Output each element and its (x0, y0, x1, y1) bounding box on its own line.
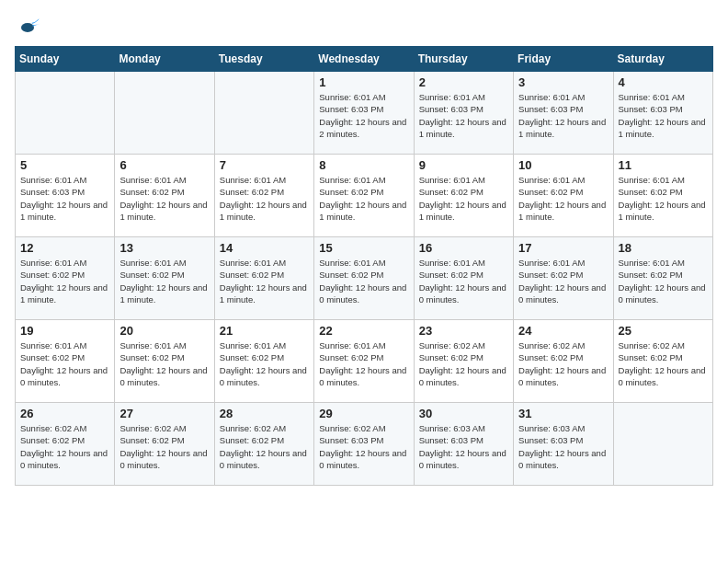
calendar-cell: 26Sunrise: 6:02 AMSunset: 6:02 PMDayligh… (16, 403, 115, 486)
calendar-cell (16, 72, 115, 155)
weekday-header-saturday: Saturday (613, 47, 712, 72)
cell-info: Sunrise: 6:01 AMSunset: 6:02 PMDaylight:… (619, 174, 708, 223)
calendar-cell: 17Sunrise: 6:01 AMSunset: 6:02 PMDayligh… (514, 237, 613, 320)
cell-info: Sunrise: 6:01 AMSunset: 6:02 PMDaylight:… (20, 339, 109, 388)
weekday-header-thursday: Thursday (414, 47, 513, 72)
cell-info: Sunrise: 6:01 AMSunset: 6:02 PMDaylight:… (119, 339, 209, 388)
day-number: 25 (619, 324, 708, 338)
day-number: 5 (20, 158, 109, 172)
cell-info: Sunrise: 6:01 AMSunset: 6:02 PMDaylight:… (319, 174, 408, 223)
day-number: 19 (20, 324, 109, 338)
day-number: 14 (220, 241, 309, 255)
cell-info: Sunrise: 6:02 AMSunset: 6:02 PMDaylight:… (419, 339, 508, 388)
calendar-cell: 9Sunrise: 6:01 AMSunset: 6:02 PMDaylight… (414, 155, 513, 237)
day-number: 2 (419, 75, 508, 89)
logo (15, 15, 42, 40)
calendar-table: SundayMondayTuesdayWednesdayThursdayFrid… (15, 46, 713, 486)
cell-info: Sunrise: 6:02 AMSunset: 6:02 PMDaylight:… (619, 339, 708, 388)
day-number: 22 (319, 324, 408, 338)
day-number: 12 (20, 241, 109, 255)
calendar-cell (613, 403, 712, 486)
calendar-cell: 5Sunrise: 6:01 AMSunset: 6:03 PMDaylight… (16, 155, 115, 237)
cell-info: Sunrise: 6:01 AMSunset: 6:02 PMDaylight:… (319, 339, 408, 388)
day-number: 8 (319, 158, 408, 172)
day-number: 4 (619, 75, 708, 89)
day-number: 6 (119, 158, 209, 172)
day-number: 16 (419, 241, 508, 255)
cell-info: Sunrise: 6:01 AMSunset: 6:02 PMDaylight:… (220, 339, 309, 388)
cell-info: Sunrise: 6:01 AMSunset: 6:03 PMDaylight:… (518, 91, 608, 140)
cell-info: Sunrise: 6:01 AMSunset: 6:02 PMDaylight:… (220, 174, 309, 223)
cell-info: Sunrise: 6:01 AMSunset: 6:02 PMDaylight:… (119, 174, 209, 223)
day-number: 21 (220, 324, 309, 338)
weekday-header-monday: Monday (115, 47, 214, 72)
day-number: 15 (319, 241, 408, 255)
day-number: 10 (518, 158, 608, 172)
cell-info: Sunrise: 6:01 AMSunset: 6:03 PMDaylight:… (419, 91, 508, 140)
day-number: 20 (119, 324, 209, 338)
day-number: 1 (319, 75, 408, 89)
cell-info: Sunrise: 6:02 AMSunset: 6:02 PMDaylight:… (220, 422, 309, 471)
cell-info: Sunrise: 6:02 AMSunset: 6:02 PMDaylight:… (518, 339, 608, 388)
calendar-cell: 21Sunrise: 6:01 AMSunset: 6:02 PMDayligh… (214, 320, 313, 403)
calendar-cell: 10Sunrise: 6:01 AMSunset: 6:02 PMDayligh… (514, 155, 613, 237)
day-number: 24 (518, 324, 608, 338)
calendar-cell: 1Sunrise: 6:01 AMSunset: 6:03 PMDaylight… (314, 72, 414, 155)
cell-info: Sunrise: 6:02 AMSunset: 6:02 PMDaylight:… (20, 422, 109, 471)
day-number: 17 (518, 241, 608, 255)
calendar-cell: 20Sunrise: 6:01 AMSunset: 6:02 PMDayligh… (115, 320, 214, 403)
day-number: 26 (20, 407, 109, 420)
calendar-cell (214, 72, 313, 155)
calendar-cell: 24Sunrise: 6:02 AMSunset: 6:02 PMDayligh… (514, 320, 613, 403)
cell-info: Sunrise: 6:01 AMSunset: 6:02 PMDaylight:… (20, 257, 109, 305)
day-number: 27 (119, 407, 209, 420)
weekday-header-friday: Friday (514, 47, 613, 72)
calendar-cell: 6Sunrise: 6:01 AMSunset: 6:02 PMDaylight… (115, 155, 214, 237)
calendar-cell: 29Sunrise: 6:02 AMSunset: 6:03 PMDayligh… (314, 403, 414, 486)
day-number: 11 (619, 158, 708, 172)
day-number: 3 (518, 75, 608, 89)
calendar-cell: 16Sunrise: 6:01 AMSunset: 6:02 PMDayligh… (414, 237, 513, 320)
calendar-cell: 12Sunrise: 6:01 AMSunset: 6:02 PMDayligh… (16, 237, 115, 320)
logo-icon (15, 15, 40, 40)
calendar-cell: 22Sunrise: 6:01 AMSunset: 6:02 PMDayligh… (314, 320, 414, 403)
weekday-header-tuesday: Tuesday (214, 47, 313, 72)
cell-info: Sunrise: 6:01 AMSunset: 6:03 PMDaylight:… (20, 174, 109, 223)
cell-info: Sunrise: 6:01 AMSunset: 6:03 PMDaylight:… (619, 91, 708, 140)
calendar-cell: 13Sunrise: 6:01 AMSunset: 6:02 PMDayligh… (115, 237, 214, 320)
calendar-cell (115, 72, 214, 155)
cell-info: Sunrise: 6:01 AMSunset: 6:02 PMDaylight:… (518, 174, 608, 223)
calendar-cell: 14Sunrise: 6:01 AMSunset: 6:02 PMDayligh… (214, 237, 313, 320)
day-number: 18 (619, 241, 708, 255)
calendar-cell: 3Sunrise: 6:01 AMSunset: 6:03 PMDaylight… (514, 72, 613, 155)
calendar-cell: 7Sunrise: 6:01 AMSunset: 6:02 PMDaylight… (214, 155, 313, 237)
cell-info: Sunrise: 6:01 AMSunset: 6:02 PMDaylight:… (319, 257, 408, 305)
calendar-cell: 25Sunrise: 6:02 AMSunset: 6:02 PMDayligh… (613, 320, 712, 403)
day-number: 31 (518, 407, 608, 420)
cell-info: Sunrise: 6:01 AMSunset: 6:03 PMDaylight:… (319, 91, 408, 140)
day-number: 13 (119, 241, 209, 255)
calendar-cell: 8Sunrise: 6:01 AMSunset: 6:02 PMDaylight… (314, 155, 414, 237)
cell-info: Sunrise: 6:01 AMSunset: 6:02 PMDaylight:… (518, 257, 608, 305)
day-number: 7 (220, 158, 309, 172)
calendar-cell: 28Sunrise: 6:02 AMSunset: 6:02 PMDayligh… (214, 403, 313, 486)
calendar-cell: 23Sunrise: 6:02 AMSunset: 6:02 PMDayligh… (414, 320, 513, 403)
cell-info: Sunrise: 6:01 AMSunset: 6:02 PMDaylight:… (619, 257, 708, 305)
day-number: 9 (419, 158, 508, 172)
calendar-cell: 18Sunrise: 6:01 AMSunset: 6:02 PMDayligh… (613, 237, 712, 320)
weekday-header-wednesday: Wednesday (314, 47, 414, 72)
cell-info: Sunrise: 6:01 AMSunset: 6:02 PMDaylight:… (419, 257, 508, 305)
calendar-cell: 19Sunrise: 6:01 AMSunset: 6:02 PMDayligh… (16, 320, 115, 403)
cell-info: Sunrise: 6:01 AMSunset: 6:02 PMDaylight:… (119, 257, 209, 305)
cell-info: Sunrise: 6:01 AMSunset: 6:02 PMDaylight:… (419, 174, 508, 223)
calendar-cell: 11Sunrise: 6:01 AMSunset: 6:02 PMDayligh… (613, 155, 712, 237)
cell-info: Sunrise: 6:02 AMSunset: 6:03 PMDaylight:… (319, 422, 408, 471)
calendar-cell: 15Sunrise: 6:01 AMSunset: 6:02 PMDayligh… (314, 237, 414, 320)
day-number: 29 (319, 407, 408, 420)
calendar-cell: 2Sunrise: 6:01 AMSunset: 6:03 PMDaylight… (414, 72, 513, 155)
cell-info: Sunrise: 6:03 AMSunset: 6:03 PMDaylight:… (419, 422, 508, 471)
calendar-cell: 4Sunrise: 6:01 AMSunset: 6:03 PMDaylight… (613, 72, 712, 155)
calendar-cell: 27Sunrise: 6:02 AMSunset: 6:02 PMDayligh… (115, 403, 214, 486)
svg-point-0 (21, 23, 34, 32)
page-header (15, 15, 713, 40)
